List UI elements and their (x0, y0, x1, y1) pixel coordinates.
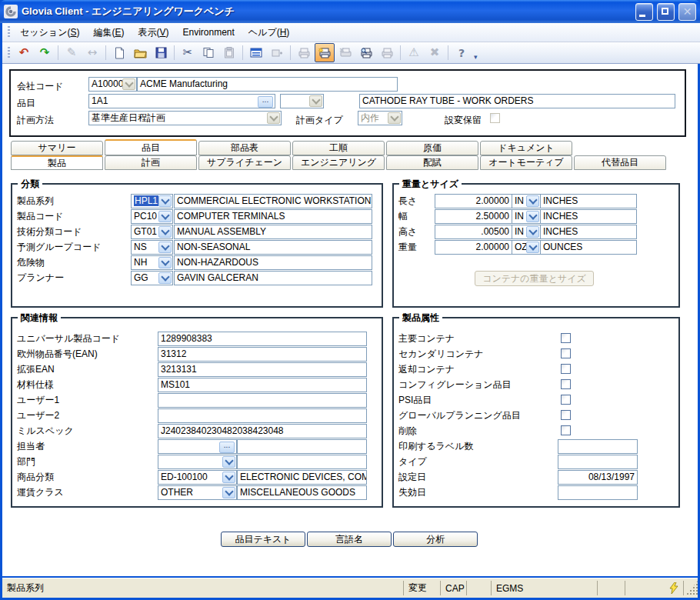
undo-button[interactable]: ↶ (14, 43, 34, 62)
planner-combo[interactable]: GG (131, 271, 173, 285)
expiration-date-field[interactable] (558, 485, 638, 500)
menu-environment[interactable]: Environment (175, 25, 241, 40)
print-button[interactable] (377, 43, 397, 62)
contact-desc[interactable] (237, 439, 367, 454)
subtab-allocation[interactable]: 配賦 (386, 155, 478, 170)
labels-to-print-field[interactable] (558, 439, 638, 454)
save-button[interactable] (151, 43, 171, 62)
psi-item-checkbox[interactable] (561, 395, 571, 405)
forecast-group-combo[interactable]: NS (131, 240, 173, 255)
chevron-down-icon[interactable] (526, 226, 539, 238)
freight-class-desc[interactable]: MISCELLANEOUS GOODS (237, 485, 367, 500)
chevron-down-icon[interactable] (267, 112, 280, 124)
maximize-button[interactable] (657, 3, 675, 21)
user2-field[interactable] (158, 408, 367, 423)
weight-value-field[interactable]: 2.00000 (435, 240, 512, 255)
subtab-planning[interactable]: 計画 (105, 155, 197, 170)
insert-record-button[interactable] (267, 43, 287, 62)
subtab-alternate-item[interactable]: 代替品目 (574, 155, 666, 170)
chevron-down-icon[interactable] (158, 257, 172, 268)
subtab-automotive[interactable]: オートモーティブ (480, 155, 572, 170)
chevron-down-icon[interactable] (526, 211, 539, 222)
subtab-product[interactable]: 製品 (11, 155, 103, 170)
tab-routing[interactable]: 工順 (292, 141, 385, 155)
chevron-down-icon[interactable] (309, 95, 322, 107)
item-text-button[interactable]: 品目テキスト (221, 532, 305, 547)
open-folder-button[interactable] (130, 43, 150, 62)
chevron-down-icon[interactable] (222, 487, 235, 498)
toolbar-grip[interactable] (8, 47, 10, 59)
tab-item[interactable]: 品目 (105, 139, 197, 155)
edit-pencil-button[interactable]: ✎ (62, 43, 82, 62)
analysis-button[interactable]: 分析 (393, 532, 478, 547)
ean-field[interactable]: 31312 (158, 347, 367, 362)
chevron-down-icon[interactable] (158, 195, 172, 207)
delete-flag-checkbox[interactable] (561, 425, 571, 435)
container-weight-size-button[interactable]: コンテナの重量とサイズ (475, 271, 594, 286)
print-new-button[interactable] (315, 43, 335, 62)
commodity-combo[interactable]: ED-100100 (158, 470, 237, 485)
tab-bom[interactable]: 部品表 (198, 141, 291, 155)
ext-ean-field[interactable]: 3213131 (158, 362, 367, 377)
tech-class-combo[interactable]: GT01 (131, 225, 173, 239)
tab-cost[interactable]: 原価 (386, 141, 478, 155)
upc-field[interactable]: 1289908383 (158, 332, 367, 346)
chevron-down-icon[interactable] (158, 226, 172, 238)
chevron-down-icon[interactable] (158, 272, 172, 284)
forecast-group-desc[interactable]: NON-SEASONAL (174, 240, 372, 255)
resize-grip[interactable] (685, 581, 698, 595)
toolbar-overflow-chevron[interactable]: ▾ (474, 53, 478, 61)
secondary-container-checkbox[interactable] (561, 348, 571, 358)
item-browse-button[interactable]: ... (258, 96, 273, 108)
menu-edit[interactable]: 編集(E) (86, 24, 131, 42)
height-value-field[interactable]: .00500 (435, 225, 512, 239)
contact-browse-button[interactable]: ... (219, 442, 235, 453)
hazard-desc[interactable]: NON-HAZARDOUS (174, 255, 372, 270)
product-line-combo[interactable]: HPL1 (131, 194, 173, 208)
plan-type-combo[interactable]: 内作 (358, 111, 402, 125)
department-combo[interactable] (158, 455, 237, 469)
width-unit-combo[interactable]: IN (512, 209, 541, 224)
close-button[interactable]: ✕ (678, 3, 696, 21)
item-revision-combo[interactable] (280, 94, 324, 108)
warning-button[interactable]: ⚠ (404, 43, 424, 62)
chevron-down-icon[interactable] (388, 112, 401, 124)
menu-grip[interactable] (8, 26, 10, 38)
chevron-down-icon[interactable] (222, 456, 235, 468)
print-upload-button[interactable] (294, 43, 314, 62)
minimize-button[interactable] (635, 3, 653, 21)
chevron-down-icon[interactable] (158, 211, 172, 222)
weight-unit-desc[interactable]: OUNCES (540, 240, 637, 255)
department-desc[interactable] (237, 455, 367, 469)
new-document-button[interactable] (109, 43, 129, 62)
type-field[interactable] (558, 455, 638, 469)
hazard-combo[interactable]: NH (131, 255, 173, 270)
effective-date-field[interactable]: 08/13/1997 (558, 470, 638, 485)
chevron-down-icon[interactable] (222, 472, 235, 483)
menu-session[interactable]: セッション(S) (13, 24, 86, 42)
configuration-item-checkbox[interactable] (561, 379, 571, 389)
width-value-field[interactable]: 2.50000 (435, 209, 512, 224)
contact-field[interactable]: ... (158, 439, 237, 454)
form-view-button[interactable] (246, 43, 266, 62)
height-unit-desc[interactable]: INCHES (540, 225, 637, 239)
length-value-field[interactable]: 2.00000 (435, 194, 512, 208)
subtab-engineering[interactable]: エンジニアリング (292, 155, 385, 170)
width-unit-desc[interactable]: INCHES (540, 209, 637, 224)
length-unit-combo[interactable]: IN (512, 194, 541, 208)
user1-field[interactable] (158, 393, 367, 408)
language-name-button[interactable]: 言語名 (307, 532, 392, 547)
menu-help[interactable]: ヘルプ(H) (242, 24, 297, 42)
eco-hold-checkbox[interactable] (490, 113, 500, 123)
product-code-desc[interactable]: COMPUTER TERMINALS (174, 209, 372, 224)
commodity-desc[interactable]: ELECTRONIC DEVICES, COMPUTE (237, 470, 367, 485)
primary-container-checkbox[interactable] (561, 333, 571, 343)
company-code-combo[interactable]: A10000 (88, 77, 137, 92)
material-spec-field[interactable]: MS101 (158, 378, 367, 392)
global-planning-item-checkbox[interactable] (561, 410, 571, 420)
chevron-down-icon[interactable] (526, 195, 539, 207)
planning-method-combo[interactable]: 基準生産日程計画 (88, 111, 282, 125)
product-code-combo[interactable]: PC10 (131, 209, 173, 224)
item-code-field[interactable]: 1A1 ... (88, 94, 275, 108)
milspec-field[interactable]: J24023840230482038423048 (158, 424, 367, 438)
